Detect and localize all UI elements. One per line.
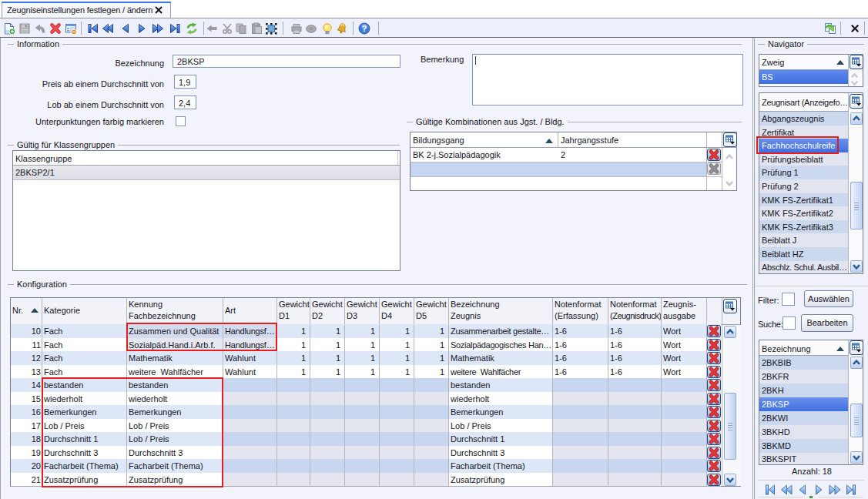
svg-text:?: ? xyxy=(362,24,367,33)
